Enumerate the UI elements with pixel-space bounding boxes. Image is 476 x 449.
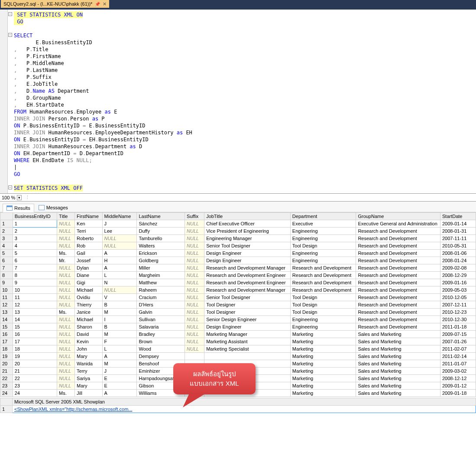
cell[interactable]: Design Engineer <box>204 257 291 264</box>
cell[interactable]: 4 <box>13 242 57 250</box>
cell[interactable]: Research and Development <box>356 279 440 286</box>
cell[interactable]: NULL <box>185 301 204 309</box>
document-tab[interactable]: SQLQuery2.sql - (l...KE-NUC\phakk (61))*… <box>1 0 109 8</box>
cell[interactable]: NULL <box>57 294 75 301</box>
cell[interactable]: 2010-12-05 <box>440 294 476 301</box>
cell[interactable]: Marketing <box>290 353 356 360</box>
table-row[interactable]: 22NULLTerriLeeDuffyNULLVice President of… <box>0 228 476 235</box>
table-row[interactable]: 1212NULLThierryBD'HersNULLTool DesignerT… <box>0 301 476 309</box>
cell[interactable]: NULL <box>185 323 204 331</box>
cell[interactable]: Research and Development <box>356 286 440 294</box>
cell[interactable]: NULL <box>57 375 75 382</box>
cell[interactable]: 19 <box>13 353 57 360</box>
cell[interactable]: Marketing <box>290 382 356 390</box>
cell[interactable]: Vice President of Engineering <box>204 228 291 235</box>
fold-icon[interactable]: − <box>8 12 12 16</box>
cell[interactable]: NULL <box>57 331 75 338</box>
cell[interactable] <box>204 353 291 360</box>
cell[interactable]: Research and Development <box>356 323 440 331</box>
cell[interactable]: Raheem <box>137 286 185 294</box>
cell[interactable]: A <box>102 353 137 360</box>
cell[interactable]: Terry <box>75 368 103 375</box>
cell[interactable]: 2008-01-31 <box>440 228 476 235</box>
cell[interactable]: Research and Development Engineer <box>204 272 291 279</box>
cell[interactable]: V <box>102 294 137 301</box>
cell[interactable]: M <box>102 360 137 368</box>
cell[interactable]: 15 <box>13 323 57 331</box>
cell[interactable]: Research and Development <box>356 228 440 235</box>
cell[interactable]: 2009-03-02 <box>440 368 476 375</box>
cell[interactable]: 2011-02-07 <box>440 345 476 353</box>
cell[interactable]: 9 <box>13 279 57 286</box>
cell[interactable]: Research and Development Manager <box>204 286 291 294</box>
cell[interactable]: 17 <box>13 338 57 345</box>
cell[interactable]: 23 <box>13 382 57 390</box>
cell[interactable]: B <box>102 301 137 309</box>
cell[interactable]: 2011-02-14 <box>440 353 476 360</box>
cell[interactable]: 2009-02-08 <box>440 264 476 272</box>
cell[interactable]: Tool Design <box>290 309 356 316</box>
table-row[interactable]: 1313Ms.JaniceMGalvinNULLTool DesignerToo… <box>0 309 476 316</box>
cell[interactable]: Wanida <box>75 360 103 368</box>
sql-editor[interactable]: SET STATISTICS XML ON GO SELECT E.Busine… <box>13 10 476 193</box>
cell[interactable]: NULL <box>102 286 137 294</box>
cell[interactable]: F <box>102 338 137 345</box>
showplan-grid[interactable]: Microsoft SQL Server 2005 XML Showplan1<… <box>0 398 476 413</box>
column-header[interactable]: GroupName <box>356 213 440 220</box>
cell[interactable]: Research and Development <box>356 235 440 242</box>
cell[interactable]: Senior Design Engineer <box>204 316 291 323</box>
table-row[interactable]: 1919NULLMaryADempseyMarketingSales and M… <box>0 353 476 360</box>
cell[interactable]: Matthew <box>137 279 185 286</box>
cell[interactable]: John <box>75 345 103 353</box>
tab-messages[interactable]: Messages <box>35 203 72 212</box>
cell[interactable]: Executive <box>290 220 356 228</box>
cell[interactable]: Research and Development <box>356 272 440 279</box>
cell[interactable]: Dempsey <box>137 353 185 360</box>
cell[interactable]: Engineering <box>290 323 356 331</box>
cell[interactable]: Janice <box>75 309 103 316</box>
cell[interactable]: NULL <box>57 279 75 286</box>
cell[interactable]: Engineering <box>290 257 356 264</box>
cell[interactable]: Research and Development Manager <box>204 264 291 272</box>
cell[interactable]: I <box>102 316 137 323</box>
cell[interactable]: Sales and Marketing <box>356 345 440 353</box>
cell[interactable]: Diane <box>75 272 103 279</box>
cell[interactable]: J <box>102 368 137 375</box>
cell[interactable]: Gigi <box>75 279 103 286</box>
table-row[interactable]: 1818NULLJohnLWoodNULLMarketing Specialis… <box>0 345 476 353</box>
cell[interactable]: Mary <box>75 353 103 360</box>
cell[interactable]: Senior Tool Designer <box>204 294 291 301</box>
cell[interactable]: Jossef <box>75 257 103 264</box>
cell[interactable]: Engineering <box>290 235 356 242</box>
cell[interactable]: Cracium <box>137 294 185 301</box>
cell[interactable]: Tamburello <box>137 235 185 242</box>
cell[interactable]: Sales and Marketing <box>356 331 440 338</box>
cell[interactable]: 16 <box>13 331 57 338</box>
column-header[interactable]: MiddleName <box>102 213 137 220</box>
cell[interactable]: Tool Design <box>290 242 356 250</box>
cell[interactable]: 7 <box>13 264 57 272</box>
cell[interactable]: NULL <box>57 301 75 309</box>
cell[interactable]: NULL <box>57 220 75 228</box>
cell[interactable]: Marketing <box>290 345 356 353</box>
cell[interactable]: Engineering <box>290 228 356 235</box>
cell[interactable]: H <box>102 257 137 264</box>
cell[interactable]: NULL <box>185 279 204 286</box>
cell[interactable]: Sánchez <box>137 220 185 228</box>
cell[interactable]: Research and Development <box>356 294 440 301</box>
cell[interactable]: Dylan <box>75 264 103 272</box>
cell[interactable]: 2008-01-06 <box>440 250 476 257</box>
cell[interactable]: 21 <box>13 368 57 375</box>
cell[interactable]: Marketing <box>290 390 356 397</box>
cell[interactable]: D'Hers <box>137 301 185 309</box>
cell[interactable]: Sales and Marketing <box>356 368 440 375</box>
cell[interactable]: NULL <box>185 264 204 272</box>
cell[interactable]: 2009-01-12 <box>440 382 476 390</box>
cell[interactable]: NULL <box>185 286 204 294</box>
cell[interactable]: Mary <box>75 382 103 390</box>
cell[interactable]: 2007-11-11 <box>440 235 476 242</box>
cell[interactable]: 1 <box>13 220 57 228</box>
cell[interactable]: Sales and Marketing <box>356 375 440 382</box>
cell[interactable]: Chief Executive Officer <box>204 220 291 228</box>
cell[interactable]: 24 <box>13 390 57 397</box>
